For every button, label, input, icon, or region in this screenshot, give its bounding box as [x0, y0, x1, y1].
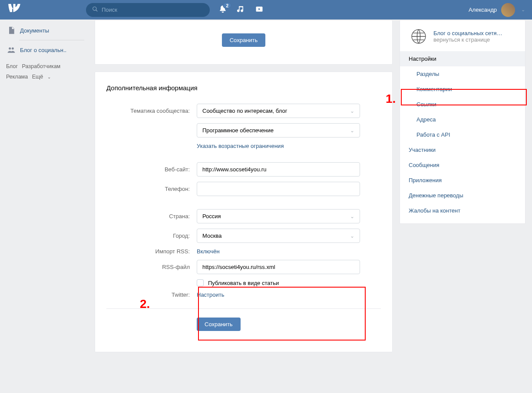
- twitter-configure-link[interactable]: Настроить: [197, 291, 225, 298]
- chevron-down-icon: ⌄: [521, 7, 525, 13]
- chevron-down-icon: ⌄: [350, 213, 354, 219]
- annotation-number-2: 2.: [140, 297, 150, 311]
- community-logo-icon: [409, 26, 428, 46]
- chevron-down-icon: ⌄: [350, 108, 354, 114]
- left-nav-item-label: Блог о социальн..: [20, 47, 66, 53]
- website-input[interactable]: [197, 162, 360, 177]
- topic-subselect[interactable]: Программное обеспечение ⌄: [197, 123, 360, 138]
- save-button-bottom[interactable]: Сохранить: [197, 318, 241, 331]
- topic-subvalue: Программное обеспечение: [202, 127, 274, 134]
- notifications-badge: 2: [223, 2, 231, 9]
- age-restriction-link[interactable]: Указать возрастные ограничения: [197, 143, 284, 149]
- save-button-top[interactable]: Сохранить: [222, 33, 266, 47]
- footer-more-link[interactable]: Ещё ⌄: [32, 74, 53, 80]
- main-column: Сохранить Дополнительная информация Тема…: [95, 20, 393, 352]
- section-title: Дополнительная информация: [106, 84, 381, 92]
- notifications-icon[interactable]: 2: [218, 5, 227, 15]
- right-column: Блог о социальных сетя… вернуться к стра…: [400, 20, 525, 352]
- rssfile-label: RSS-файл: [106, 264, 197, 270]
- sidebar-item-members[interactable]: Участники: [400, 142, 525, 157]
- annotation-number-1: 1.: [386, 92, 396, 106]
- checkbox-icon: [197, 279, 204, 286]
- city-value: Москва: [202, 233, 221, 239]
- city-select[interactable]: Москва ⌄: [197, 229, 360, 243]
- video-icon[interactable]: [255, 5, 264, 15]
- community-subtitle: вернуться к странице: [433, 36, 502, 43]
- music-icon[interactable]: [237, 5, 245, 15]
- footer-blog-link[interactable]: Блог: [6, 63, 18, 69]
- top-save-panel: Сохранить: [95, 20, 393, 65]
- search-box[interactable]: [86, 3, 210, 17]
- rss-status-link[interactable]: Включён: [197, 248, 220, 255]
- phone-label: Телефон:: [106, 186, 197, 192]
- rss-label: Импорт RSS:: [106, 248, 197, 255]
- publish-article-label: Публиковать в виде статьи: [208, 280, 279, 286]
- sidebar-item-links[interactable]: Ссылки: [400, 97, 525, 112]
- city-label: Город:: [106, 233, 197, 239]
- sidebar-item-addresses[interactable]: Адреса: [400, 112, 525, 127]
- topic-label: Тематика сообщества:: [106, 108, 197, 114]
- country-select[interactable]: Россия ⌄: [197, 209, 360, 223]
- sidebar-item-api[interactable]: Работа с API: [400, 127, 525, 142]
- search-icon: [92, 6, 98, 13]
- topic-select[interactable]: Сообщество по интересам, блог ⌄: [197, 104, 360, 118]
- footer-developers-link[interactable]: Разработчикам: [22, 63, 61, 69]
- left-nav-item-label: Документы: [20, 27, 49, 34]
- sidebar-item-sections[interactable]: Разделы: [400, 66, 525, 82]
- footer-ads-link[interactable]: Реклама: [6, 74, 28, 80]
- publish-article-checkbox-row[interactable]: Публиковать в виде статьи: [197, 279, 360, 286]
- topic-value: Сообщество по интересам, блог: [202, 108, 287, 114]
- chevron-down-icon: ⌄: [350, 233, 354, 239]
- username: Александр: [469, 7, 497, 13]
- left-nav-blog[interactable]: Блог о социальн..: [6, 43, 90, 57]
- footer-links: Блог Разработчикам Реклама Ещё ⌄: [6, 61, 90, 82]
- vk-logo[interactable]: [8, 2, 25, 18]
- sidebar-item-settings[interactable]: Настройки: [400, 51, 525, 66]
- group-icon: [7, 46, 16, 54]
- header-icons: 2: [218, 5, 264, 15]
- chevron-down-icon: ⌄: [350, 128, 354, 134]
- website-label: Веб-сайт:: [106, 166, 197, 173]
- rssfile-input[interactable]: [197, 260, 360, 274]
- sidebar-item-messages[interactable]: Сообщения: [400, 157, 525, 173]
- sidebar-item-complaints[interactable]: Жалобы на контент: [400, 203, 525, 218]
- svg-point-3: [9, 47, 11, 49]
- divider: [19, 40, 84, 40]
- avatar: [501, 3, 515, 17]
- left-nav-documents[interactable]: Документы: [6, 23, 90, 37]
- svg-point-4: [12, 47, 14, 49]
- additional-info-panel: Дополнительная информация Тематика сообщ…: [95, 72, 393, 352]
- svg-line-1: [96, 10, 98, 12]
- document-icon: [7, 26, 16, 35]
- country-label: Страна:: [106, 213, 197, 219]
- sidebar-item-transfers[interactable]: Денежные переводы: [400, 188, 525, 203]
- right-sidebar-panel: Блог о социальных сетя… вернуться к стра…: [400, 20, 525, 224]
- community-title: Блог о социальных сетя…: [433, 30, 502, 36]
- svg-point-0: [93, 7, 96, 10]
- country-value: Россия: [202, 213, 221, 219]
- header-bar: 2 Александр ⌄: [0, 0, 532, 20]
- sidebar-item-comments[interactable]: Комментарии: [400, 82, 525, 97]
- phone-input[interactable]: [197, 182, 360, 196]
- left-nav: Документы Блог о социальн.. Блог Разрабо…: [0, 20, 95, 352]
- user-menu[interactable]: Александр ⌄: [469, 3, 528, 17]
- sidebar-item-apps[interactable]: Приложения: [400, 173, 525, 188]
- search-input[interactable]: [102, 7, 204, 13]
- twitter-label: Twitter:: [106, 291, 197, 298]
- sidebar-header[interactable]: Блог о социальных сетя… вернуться к стра…: [400, 26, 525, 51]
